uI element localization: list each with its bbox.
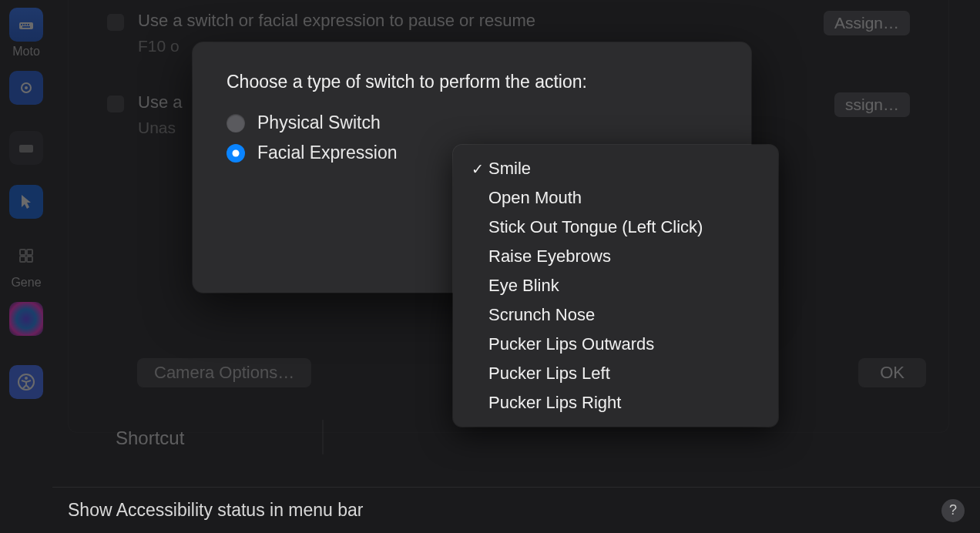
- dropdown-item[interactable]: Stick Out Tongue (Left Click): [458, 213, 774, 242]
- footer-row: Show Accessibility status in menu bar ?: [52, 487, 980, 533]
- check-icon: ✓: [467, 160, 488, 178]
- divider: [322, 420, 324, 454]
- dropdown-item[interactable]: Pucker Lips Right: [458, 388, 774, 417]
- dropdown-item[interactable]: Open Mouth: [458, 183, 774, 213]
- dropdown-item[interactable]: Eye Blink: [458, 271, 774, 300]
- radio-icon: [227, 114, 245, 132]
- dropdown-item-label: Raise Eyebrows: [488, 246, 611, 266]
- radio-icon-selected: [227, 144, 245, 163]
- dropdown-item-label: Scrunch Nose: [488, 305, 595, 325]
- svg-rect-11: [20, 256, 25, 262]
- facial-expression-dropdown: ✓SmileOpen MouthStick Out Tongue (Left C…: [453, 145, 778, 427]
- help-icon[interactable]: ?: [941, 499, 965, 522]
- checkbox-pause-resume[interactable]: [107, 14, 124, 31]
- ok-button[interactable]: OK: [858, 358, 926, 387]
- dropdown-item-label: Pucker Lips Left: [488, 364, 610, 384]
- footer-text: Show Accessibility status in menu bar: [68, 500, 364, 521]
- radio-label: Physical Switch: [257, 112, 381, 133]
- svg-rect-1: [21, 24, 22, 25]
- svg-rect-5: [22, 26, 30, 28]
- dialog-title: Choose a type of switch to perform the a…: [227, 72, 717, 92]
- svg-rect-3: [25, 24, 27, 25]
- svg-point-14: [25, 377, 28, 380]
- sidebar-icon-keyboard[interactable]: [9, 8, 43, 42]
- camera-options-button[interactable]: Camera Options…: [137, 358, 311, 387]
- sidebar: Moto Gene: [0, 0, 52, 533]
- sidebar-icon-pointer[interactable]: [9, 185, 43, 219]
- radio-physical-switch[interactable]: Physical Switch: [227, 112, 717, 133]
- assign-button-fragment[interactable]: ssign…: [834, 92, 910, 117]
- svg-rect-0: [19, 22, 33, 29]
- svg-rect-12: [27, 256, 32, 262]
- dropdown-item-label: Smile: [488, 159, 531, 179]
- checkbox-second[interactable]: [107, 96, 124, 112]
- svg-point-7: [25, 86, 28, 89]
- dropdown-item-label: Eye Blink: [488, 276, 559, 296]
- dropdown-item-label: Open Mouth: [488, 188, 582, 208]
- sidebar-icon-onscreen-keyboard[interactable]: [9, 131, 43, 165]
- dropdown-item-label: Pucker Lips Outwards: [488, 334, 654, 354]
- sidebar-icon-grid[interactable]: [9, 239, 43, 273]
- sidebar-icon-siri[interactable]: [9, 302, 43, 336]
- svg-rect-4: [28, 24, 29, 25]
- option-title: Use a switch or facial expression to pau…: [138, 11, 808, 31]
- dropdown-item-label: Pucker Lips Right: [488, 393, 621, 413]
- sidebar-label-general: Gene: [3, 276, 49, 290]
- dropdown-item[interactable]: Pucker Lips Left: [458, 359, 774, 388]
- svg-rect-2: [23, 24, 25, 25]
- dropdown-item[interactable]: Pucker Lips Outwards: [458, 330, 774, 359]
- svg-rect-9: [20, 250, 25, 255]
- dropdown-item-label: Stick Out Tongue (Left Click): [488, 217, 703, 237]
- dropdown-item[interactable]: Scrunch Nose: [458, 300, 774, 330]
- sidebar-icon-accessibility[interactable]: [9, 365, 43, 399]
- radio-label: Facial Expression: [257, 142, 398, 163]
- svg-rect-8: [19, 145, 33, 153]
- svg-rect-10: [27, 250, 32, 255]
- shortcut-label: Shortcut: [116, 427, 184, 449]
- sidebar-label-motor: Moto: [3, 45, 49, 59]
- sidebar-icon-pointer-device[interactable]: [9, 71, 43, 105]
- dropdown-item[interactable]: Raise Eyebrows: [458, 242, 774, 271]
- assign-button[interactable]: Assign…: [824, 11, 910, 35]
- dropdown-item[interactable]: ✓Smile: [458, 154, 774, 183]
